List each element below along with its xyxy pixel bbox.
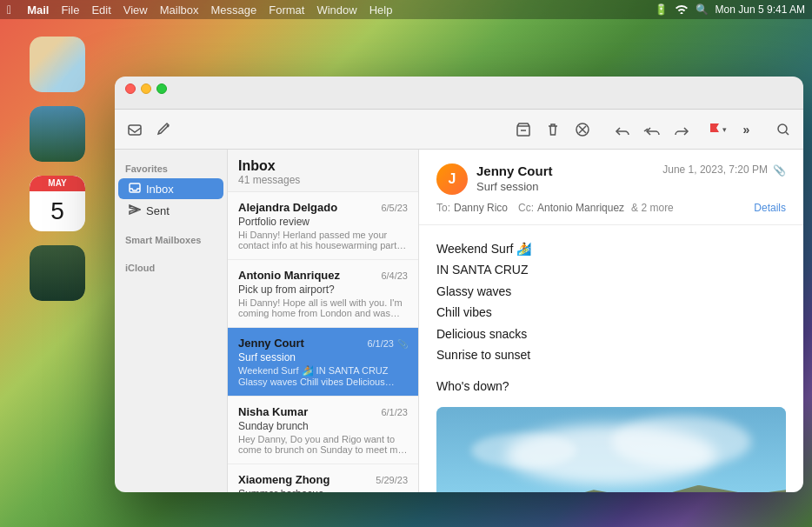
msg-subject-3: Surf session xyxy=(238,351,408,364)
msg-preview-4: Hey Danny, Do you and Rigo want to come … xyxy=(238,434,408,455)
svg-point-3 xyxy=(778,124,787,133)
message-list: Inbox 41 messages Alejandra Delgado 6/5/… xyxy=(228,150,419,492)
menubar-mailbox[interactable]: Mailbox xyxy=(160,3,199,17)
flag-button[interactable]: ▾ xyxy=(705,117,730,143)
icloud-section: iCloud xyxy=(115,259,227,277)
message-detail: J Jenny Court Surf session June 1, 2023,… xyxy=(419,150,803,492)
body-line-4: Chill vibes xyxy=(436,303,786,322)
detail-cc: Antonio Manriquez xyxy=(537,202,624,214)
reply-button[interactable] xyxy=(609,117,636,143)
menubar-left:  Mail File Edit View Mailbox Message Fo… xyxy=(7,3,392,17)
desktop-icon-1[interactable] xyxy=(30,37,85,92)
menubar-right: 🔋 🔍 Mon Jun 5 9:41 AM xyxy=(655,3,805,17)
msg-preview-1: Hi Danny! Herland passed me your contact… xyxy=(238,230,408,250)
detail-to: Danny Rico xyxy=(454,202,508,214)
more-button[interactable]: » xyxy=(734,117,760,143)
msg-sender-2: Antonio Manriquez xyxy=(238,269,377,282)
delete-button[interactable] xyxy=(540,117,566,143)
detail-subject: Surf session xyxy=(476,180,654,193)
detail-header: J Jenny Court Surf session June 1, 2023,… xyxy=(419,150,803,225)
to-label: To: xyxy=(436,202,450,214)
message-item-5[interactable]: Xiaomeng Zhong 5/29/23 Summer barbecue D… xyxy=(228,464,418,492)
message-item-4[interactable]: Nisha Kumar 6/1/23 Sunday brunch Hey Dan… xyxy=(228,397,418,464)
msg-date-3: 6/1/23 xyxy=(367,338,394,349)
desktop-icons-area: MAY 5 xyxy=(0,19,115,501)
smart-mailboxes-section: Smart Mailboxes xyxy=(115,231,227,249)
menubar-view[interactable]: View xyxy=(123,3,148,17)
message-item-1[interactable]: Alejandra Delgado 6/5/23 Portfolio revie… xyxy=(228,192,418,260)
desktop-icon-calendar[interactable]: MAY 5 xyxy=(30,176,85,231)
menubar-file[interactable]: File xyxy=(61,3,79,17)
detail-recipients-left: To: Danny Rico Cc: Antonio Manriquez & 2… xyxy=(436,202,674,214)
forward-button[interactable] xyxy=(669,117,695,143)
message-list-header: Inbox 41 messages xyxy=(228,150,418,192)
reply-all-button[interactable] xyxy=(639,117,665,143)
sender-avatar: J xyxy=(436,163,468,195)
favorites-section: Favorites Inbox xyxy=(115,160,227,221)
junk-button[interactable] xyxy=(569,117,596,143)
menubar:  Mail File Edit View Mailbox Message Fo… xyxy=(0,0,812,19)
body-spacer xyxy=(436,366,786,377)
smart-mailboxes-label: Smart Mailboxes xyxy=(115,231,227,249)
msg-sender-4: Nisha Kumar xyxy=(238,405,377,418)
inbox-count: 41 messages xyxy=(238,174,408,186)
apple-menu[interactable]:  xyxy=(7,3,11,17)
attachment-icon-3: 📎 xyxy=(397,339,408,349)
inbox-icon xyxy=(129,182,141,196)
mail-window: ▾ » Favorites xyxy=(115,77,803,492)
search-button[interactable] xyxy=(770,117,796,143)
msg-date-2: 6/4/23 xyxy=(381,270,408,281)
desktop-icon-4[interactable] xyxy=(30,245,85,301)
desktop-icon-2[interactable] xyxy=(30,106,85,162)
compose-button[interactable] xyxy=(151,117,177,143)
wifi-icon xyxy=(675,3,689,17)
sent-label: Sent xyxy=(146,204,170,217)
msg-subject-4: Sunday brunch xyxy=(238,420,408,432)
message-photo xyxy=(436,407,786,492)
body-line-7: Who's down? xyxy=(436,377,786,396)
msg-preview-2: Hi Danny! Hope all is well with you. I'm… xyxy=(238,297,408,318)
window-body: Favorites Inbox xyxy=(115,150,803,492)
msg-sender-1: Alejandra Delgado xyxy=(238,201,377,214)
msg-sender-5: Xiaomeng Zhong xyxy=(238,473,372,486)
detail-body: Weekend Surf 🏄 IN SANTA CRUZ Glassy wave… xyxy=(419,225,803,492)
msg-date-1: 6/5/23 xyxy=(381,203,408,213)
window-close-button[interactable] xyxy=(125,83,136,94)
menubar-app-name[interactable]: Mail xyxy=(27,3,49,17)
inbox-label: Inbox xyxy=(146,183,174,196)
message-item-2[interactable]: Antonio Manriquez 6/4/23 Pick up from ai… xyxy=(228,260,418,328)
body-line-2: IN SANTA CRUZ xyxy=(436,260,786,279)
message-item-3[interactable]: Jenny Court 6/1/23 📎 Surf session Weeken… xyxy=(228,328,418,397)
msg-subject-5: Summer barbecue xyxy=(238,488,408,492)
menubar-window[interactable]: Window xyxy=(316,3,356,17)
window-maximize-button[interactable] xyxy=(156,83,167,94)
body-line-1: Weekend Surf 🏄 xyxy=(436,239,786,258)
menubar-message[interactable]: Message xyxy=(211,3,257,17)
sidebar-item-sent[interactable]: Sent xyxy=(118,200,223,221)
svg-rect-0 xyxy=(129,125,141,135)
menubar-format[interactable]: Format xyxy=(269,3,304,17)
message-list-scroll[interactable]: Alejandra Delgado 6/5/23 Portfolio revie… xyxy=(228,192,418,492)
archive-button[interactable] xyxy=(510,117,536,143)
get-mail-button[interactable] xyxy=(122,117,148,143)
details-link[interactable]: Details xyxy=(754,202,786,214)
detail-sender-name: Jenny Court xyxy=(476,163,654,178)
menubar-edit[interactable]: Edit xyxy=(91,3,110,17)
detail-recipients: To: Danny Rico Cc: Antonio Manriquez & 2… xyxy=(436,202,786,214)
detail-sender-info: Jenny Court Surf session xyxy=(476,163,654,193)
detail-attachment-icon: 📎 xyxy=(773,164,786,177)
sidebar-item-inbox[interactable]: Inbox xyxy=(118,178,223,199)
menubar-datetime: Mon Jun 5 9:41 AM xyxy=(715,3,805,16)
inbox-title: Inbox xyxy=(238,158,408,174)
msg-preview-3: Weekend Surf 🏄 IN SANTA CRUZ Glassy wave… xyxy=(238,365,408,387)
msg-subject-1: Portfolio review xyxy=(238,216,408,228)
detail-date: June 1, 2023, 7:20 PM xyxy=(662,163,768,176)
battery-icon: 🔋 xyxy=(655,3,668,16)
msg-date-5: 5/29/23 xyxy=(376,475,408,485)
body-line-6: Sunrise to sunset xyxy=(436,345,786,364)
menubar-help[interactable]: Help xyxy=(369,3,393,17)
body-line-3: Glassy waves xyxy=(436,282,786,301)
search-menubar-icon[interactable]: 🔍 xyxy=(696,3,709,16)
sent-icon xyxy=(129,203,141,217)
window-minimize-button[interactable] xyxy=(141,83,151,94)
